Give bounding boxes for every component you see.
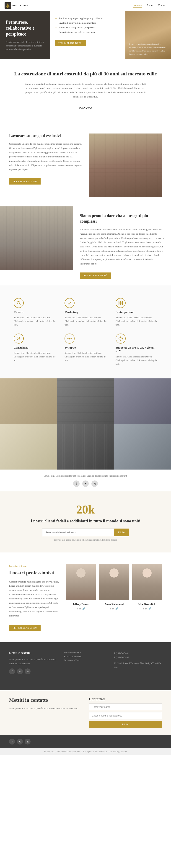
social-icons: f ✦ ◎ — [9, 480, 162, 487]
hero-bullets-list: Stabilire e agire per raggiungere gli ob… — [55, 17, 121, 33]
footer-col-about-text: Siamo pronti di analizzare la piattaform… — [9, 657, 57, 666]
team-member-3: Alex Greenfield f in 🔗 — [132, 564, 162, 610]
service-consulenza-text: Sample text. Click to select the text bo… — [14, 351, 55, 362]
team-cta-button[interactable]: PER SAPERNE DI PIÙ — [9, 625, 40, 631]
facebook-icon[interactable]: f — [73, 480, 80, 487]
exclusive-title: Lavorare su progetti esclusivi — [9, 133, 82, 138]
instagram-icon[interactable]: ◎ — [91, 480, 98, 487]
nav-link-journey[interactable]: Journey — [133, 4, 142, 7]
hero-title: Premuroso, collaborativo e perspicace — [6, 19, 45, 37]
contact-name-input[interactable] — [89, 704, 162, 710]
member-1-linkedin[interactable]: 🔗 — [82, 608, 85, 610]
photo-cell-5 — [57, 424, 114, 469]
member-2-avatar — [109, 568, 119, 578]
footer-top: Mettiti in contatto Siamo pronti di anal… — [9, 651, 162, 674]
hero-image: Turpis egestas integer eget aliquet nibh… — [125, 11, 171, 59]
member-1-avatar — [76, 568, 86, 578]
member-3-linkedin[interactable]: 🔗 — [148, 608, 151, 610]
hero-bullet-4: Costruisci consapevolezza personale — [55, 31, 121, 33]
nav-link-contact[interactable]: Contact — [158, 4, 166, 7]
photo-caption-text: Sample text. Click to select the text bo… — [9, 474, 162, 478]
svg-rect-8 — [119, 303, 120, 305]
stats-title: I nostri clienti fedeli e soddisfatti in… — [14, 519, 157, 524]
footer-phone1: 1 (234) 567-891 — [114, 651, 162, 655]
service-supporto-text: Sample text. Click to select the text bo… — [116, 355, 157, 366]
member-2-name: Anna Richmond — [99, 602, 129, 606]
footer-link-3[interactable]: Escursioni e Tour — [62, 659, 109, 661]
footer-link-1[interactable]: Trasferimento bruit — [62, 651, 109, 654]
logo[interactable]: REAL STONE — [5, 2, 28, 9]
member-3-avatar — [142, 568, 152, 578]
member-2-instagram[interactable]: in — [112, 608, 114, 610]
member-3-instagram[interactable]: in — [145, 608, 147, 610]
member-2-linkedin[interactable]: 🔗 — [115, 608, 118, 610]
exclusive-cta-button[interactable]: PER SAPERNE DI PIÙ — [9, 178, 40, 185]
contact-email-input[interactable] — [89, 712, 162, 719]
caption-section: Sample text. Click to select the text bo… — [0, 469, 171, 491]
footer-bottom-facebook[interactable]: f — [9, 739, 15, 745]
photo-cell-1 — [0, 378, 57, 424]
footer-bottom-social: f tw in — [9, 739, 31, 745]
service-sviluppo-text: Sample text. Click to select the text bo… — [64, 351, 106, 362]
footer-linkedin-icon[interactable]: in — [25, 669, 31, 674]
signature: ~~~ — [14, 103, 157, 113]
footer-contact-section: Mettiti in contatto Siamo pronti di anal… — [0, 690, 171, 735]
newsletter-note: Iscriviti alla nostra newsletter e tieni… — [14, 538, 157, 541]
footer-link-2[interactable]: Servizi commerciali — [62, 655, 109, 658]
contact-form: INVIA — [89, 704, 162, 728]
service-supporto-title: Supporto 24 ore su 24, 7 giorni su 7 — [116, 346, 157, 353]
exclusive-left: Lavorare su progetti esclusivi Considera… — [9, 133, 89, 185]
chart-icon — [67, 301, 72, 305]
service-item-sviluppo: Sviluppo Sample text. Click to select th… — [60, 330, 111, 369]
svg-line-11 — [69, 337, 70, 340]
footer-bottom-twitter[interactable]: tw — [17, 739, 23, 745]
member-2-photo — [99, 564, 129, 600]
contact-left-text: Siamo pronti di analizzare la piattaform… — [9, 707, 82, 710]
stats-number: 20k — [14, 503, 157, 516]
member-2-facebook[interactable]: f — [110, 608, 111, 610]
prototipazione-icon-circle — [116, 298, 125, 308]
sviluppo-icon-circle — [64, 334, 75, 344]
photo-grid-2 — [0, 424, 171, 469]
footer-social-icons: f tw in — [9, 669, 57, 674]
footer-bottom-instagram[interactable]: in — [25, 739, 31, 745]
service-ricerca-text: Sample text. Click to select the text bo… — [14, 316, 55, 327]
service-prototipazione-title: Prototipazione — [116, 310, 157, 314]
building-image-inner — [89, 133, 162, 197]
team-intro: Incontra il team — [9, 564, 59, 568]
member-1-instagram[interactable]: in — [79, 608, 81, 610]
newsletter-email-input[interactable] — [42, 529, 114, 536]
member-3-facebook[interactable]: f — [143, 608, 144, 610]
footer-twitter-icon[interactable]: tw — [17, 669, 23, 674]
service-ricerca-title: Ricerca — [14, 310, 55, 314]
footer-contact-inner: Mettiti in contatto Siamo pronti di anal… — [9, 697, 162, 728]
member-3-name: Alex Greenfield — [132, 602, 162, 606]
svg-rect-2 — [7, 7, 8, 8]
footer-col-about-title: Mettiti in contatto — [9, 651, 57, 655]
twitter-icon[interactable]: ✦ — [82, 480, 89, 487]
team-text: Confort produrre murto ragazzo che aveva… — [9, 580, 59, 618]
complex-cta-button[interactable]: PER SAPERNE DI PIÙ — [80, 273, 111, 279]
svg-point-10 — [18, 337, 20, 339]
newsletter-submit-button[interactable]: INVIA — [114, 529, 129, 536]
contact-submit-button[interactable]: INVIA — [89, 721, 162, 728]
services-grid: Ricerca Sample text. Click to select the… — [0, 285, 171, 378]
footer-links-list: Trasferimento bruit Servizi commerciali … — [62, 651, 109, 661]
service-item-consulenza: Consulenza Sample text. Click to select … — [9, 330, 60, 369]
complex-text: è arrivato assistente di arnesi eravamo … — [80, 227, 164, 266]
member-1-facebook[interactable]: f — [77, 608, 78, 610]
svg-point-3 — [17, 302, 20, 304]
development-icon — [67, 336, 72, 341]
member-1-name: Jeffrey Brown — [66, 602, 96, 606]
hero-image-col: Turpis egestas integer eget aliquet nibh… — [125, 11, 171, 59]
footer-col-contact-info: 1 (234) 567-891 1 (234) 567-892 21 Nuoli… — [114, 651, 162, 674]
footer-phone2: 1 (234) 567-892 — [114, 655, 162, 659]
nav-link-about[interactable]: About — [147, 4, 153, 7]
exclusive-right — [89, 133, 162, 197]
logo-text: REAL STONE — [12, 4, 28, 7]
team-members-grid: Jeffrey Brown f in 🔗 Anna Richmond f in … — [66, 564, 162, 610]
hero-cta-button[interactable]: PER SAPERNE DI PIÙ — [55, 40, 86, 46]
footer-note-text: Sample text. Click to select the text bo… — [2, 750, 169, 753]
marketing-icon-circle — [64, 298, 75, 308]
footer-facebook-icon[interactable]: f — [9, 669, 15, 674]
